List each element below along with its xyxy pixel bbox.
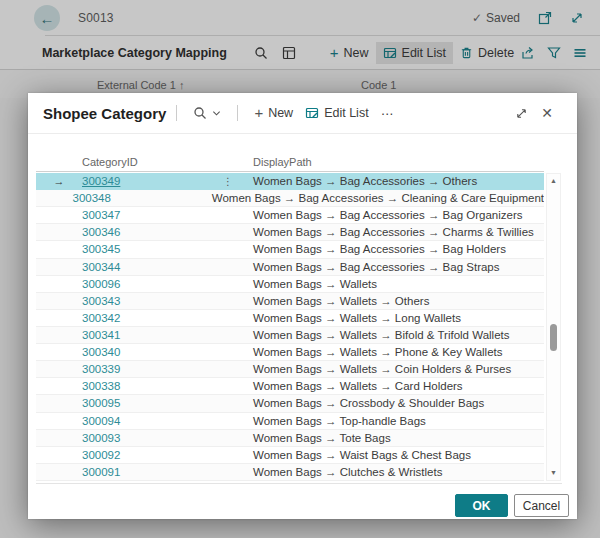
cancel-button[interactable]: Cancel (514, 494, 569, 517)
row-display-path: Women Bags → Bag Accessories → Charms & … (236, 226, 534, 238)
dialog-command-bar: Shopee Category + New (28, 93, 577, 133)
row-category-id-link[interactable]: 300345 (82, 243, 220, 255)
row-display-path: Women Bags → Wallets → Others (236, 295, 429, 307)
row-category-id-link[interactable]: 300092 (82, 449, 220, 461)
row-display-path: Women Bags → Top-handle Bags (236, 415, 426, 427)
row-display-path: Women Bags → Clutches & Wristlets (236, 466, 442, 478)
row-category-id-link[interactable]: 300346 (82, 226, 220, 238)
column-category-id[interactable]: CategoryID (82, 156, 138, 168)
table-row[interactable]: → 300096 ⋮ Women Bags → Wallets (36, 276, 544, 293)
table-row[interactable]: → 300339 ⋮ Women Bags → Wallets → Coin H… (36, 361, 544, 378)
table-row[interactable]: → 300338 ⋮ Women Bags → Wallets → Card H… (36, 378, 544, 395)
row-category-id-link[interactable]: 300349 (82, 175, 220, 187)
separator (176, 105, 177, 121)
row-category-id-link[interactable]: 300343 (82, 295, 220, 307)
dialog-expand-icon[interactable] (515, 107, 528, 120)
row-category-id-link[interactable]: 300339 (82, 363, 220, 375)
dialog-title: Shopee Category (43, 105, 166, 122)
row-category-id-link[interactable]: 300348 (73, 192, 183, 204)
row-display-path: Women Bags → Bag Accessories → Bag Organ… (236, 209, 523, 221)
table-row[interactable]: → 300094 ⋮ Women Bags → Top-handle Bags (36, 413, 544, 430)
category-table-header: CategoryID DisplayPath (36, 154, 544, 172)
row-display-path: Women Bags → Bag Accessories → Bag Holde… (236, 243, 506, 255)
row-display-path: Women Bags → Wallets (236, 278, 377, 290)
row-category-id-link[interactable]: 300342 (82, 312, 220, 324)
row-category-id-link[interactable]: 300340 (82, 346, 220, 358)
shopee-category-dialog: Shopee Category + New (28, 93, 577, 519)
dialog-close-icon[interactable]: ✕ (541, 106, 553, 120)
row-display-path: Women Bags → Wallets → Coin Holders & Pu… (236, 363, 511, 375)
row-display-path: Women Bags → Tote Bags (236, 432, 391, 444)
row-kebab-icon[interactable]: ⋮ (220, 176, 236, 187)
row-category-id-link[interactable]: 300341 (82, 329, 220, 341)
row-display-path: Women Bags → Waist Bags & Chest Bags (236, 449, 471, 461)
table-row[interactable]: → 300345 ⋮ Women Bags → Bag Accessories … (36, 241, 544, 258)
row-category-id-link[interactable]: 300096 (82, 278, 220, 290)
row-category-id-link[interactable]: 300338 (82, 380, 220, 392)
table-row[interactable]: → 300340 ⋮ Women Bags → Wallets → Phone … (36, 344, 544, 361)
scroll-down-icon[interactable]: ▼ (547, 467, 560, 479)
table-row[interactable]: → 300092 ⋮ Women Bags → Waist Bags & Che… (36, 447, 544, 464)
table-row[interactable]: → 300091 ⋮ Women Bags → Clutches & Wrist… (36, 464, 544, 481)
chevron-down-icon (212, 109, 221, 118)
dialog-footer-divider (36, 483, 562, 484)
dialog-more-options-button[interactable]: ⋯ (375, 102, 400, 125)
dialog-header-divider (28, 133, 577, 134)
row-display-path: Women Bags → Bag Accessories → Others (236, 175, 477, 187)
table-row[interactable]: → 300095 ⋮ Women Bags → Crossbody & Shou… (36, 395, 544, 412)
table-row[interactable]: → 300093 ⋮ Women Bags → Tote Bags (36, 430, 544, 447)
row-display-path: Women Bags → Wallets → Phone & Key Walle… (236, 346, 502, 358)
table-row[interactable]: → 300346 ⋮ Women Bags → Bag Accessories … (36, 224, 544, 241)
row-category-id-link[interactable]: 300344 (82, 261, 220, 273)
row-category-id-link[interactable]: 300094 (82, 415, 220, 427)
scroll-up-icon[interactable]: ▲ (547, 175, 560, 187)
row-category-id-link[interactable]: 300091 (82, 466, 220, 478)
category-table-body: → 300349 ⋮ Women Bags → Bag Accessories … (36, 173, 544, 481)
app-screen: ← S0013 ✓ Saved (0, 0, 600, 538)
table-row[interactable]: → 300347 ⋮ Women Bags → Bag Accessories … (36, 207, 544, 224)
row-display-path: Women Bags → Wallets → Long Wallets (236, 312, 461, 324)
ok-button[interactable]: OK (455, 494, 508, 517)
table-row[interactable]: → 300348 ⋮ Women Bags → Bag Accessories … (36, 190, 544, 207)
ellipsis-icon: ⋯ (381, 106, 394, 121)
scrollbar-thumb[interactable] (550, 324, 557, 351)
row-category-id-link[interactable]: 300093 (82, 432, 220, 444)
dialog-new-button[interactable]: + New (248, 102, 299, 124)
row-display-path: Women Bags → Bag Accessories → Cleaning … (195, 192, 544, 204)
table-row[interactable]: → 300341 ⋮ Women Bags → Wallets → Bifold… (36, 327, 544, 344)
dialog-window-buttons: ✕ (515, 106, 577, 120)
table-row[interactable]: → 300349 ⋮ Women Bags → Bag Accessories … (36, 173, 544, 190)
row-display-path: Women Bags → Wallets → Bifold & Trifold … (236, 329, 510, 341)
selected-row-arrow-icon: → (36, 175, 82, 187)
dialog-edit-list-button[interactable]: Edit List (299, 102, 374, 124)
separator (237, 105, 238, 121)
table-row[interactable]: → 300343 ⋮ Women Bags → Wallets → Others (36, 293, 544, 310)
column-display-path[interactable]: DisplayPath (253, 156, 312, 168)
row-display-path: Women Bags → Wallets → Card Holders (236, 380, 463, 392)
row-category-id-link[interactable]: 300095 (82, 397, 220, 409)
search-icon (193, 106, 207, 120)
dialog-scrollbar[interactable]: ▲ ▼ (546, 173, 561, 481)
plus-icon: + (254, 108, 263, 118)
table-row[interactable]: → 300342 ⋮ Women Bags → Wallets → Long W… (36, 310, 544, 327)
table-row[interactable]: → 300344 ⋮ Women Bags → Bag Accessories … (36, 259, 544, 276)
row-category-id-link[interactable]: 300347 (82, 209, 220, 221)
row-display-path: Women Bags → Crossbody & Shoulder Bags (236, 397, 484, 409)
edit-list-icon (305, 106, 319, 120)
row-display-path: Women Bags → Bag Accessories → Bag Strap… (236, 261, 500, 273)
dialog-search-button[interactable] (187, 102, 227, 124)
